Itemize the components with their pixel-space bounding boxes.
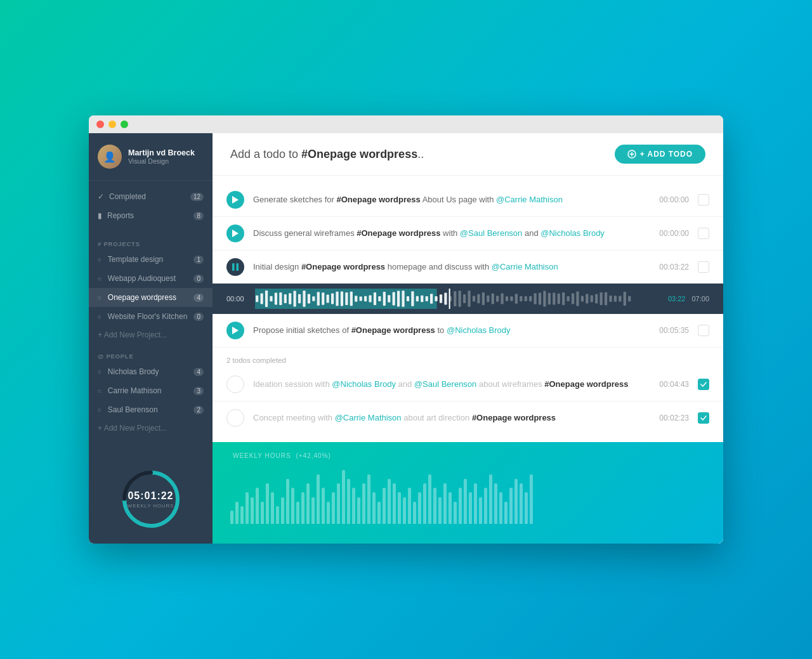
- main-header: Add a todo to #Onepage wordpress.. + ADD…: [213, 133, 723, 176]
- waveform-container[interactable]: // This will be rendered by the inline s…: [255, 289, 659, 309]
- chart-bar: [504, 502, 508, 524]
- sidebar-item-carrie-mathison[interactable]: ≡ Carrie Mathison 3: [89, 381, 213, 400]
- svg-rect-53: [473, 296, 475, 302]
- chart-bar: [357, 497, 360, 525]
- add-person-button[interactable]: + Add New Project...: [89, 419, 213, 437]
- chart-bar: [459, 488, 462, 524]
- completed-item-1: Ideation session with @Nicholas Brody an…: [213, 368, 723, 401]
- svg-rect-34: [383, 292, 386, 306]
- drag-icon: ≡: [98, 294, 102, 301]
- chart-bar: [291, 488, 294, 524]
- chart-bar: [301, 492, 304, 524]
- svg-rect-50: [459, 290, 461, 307]
- svg-rect-84: [619, 296, 621, 302]
- done-circle-1: [226, 375, 244, 393]
- timer-ring: 05:01:22 WEEKLY HOURS: [119, 467, 183, 531]
- chart-bar: [484, 488, 487, 524]
- svg-rect-22: [327, 295, 329, 303]
- completed-badge: 12: [190, 193, 204, 201]
- chart-bar: [251, 497, 254, 525]
- todo-checkbox-3[interactable]: [698, 261, 709, 273]
- sidebar-item-saul-berenson[interactable]: ≡ Saul Berenson 2: [89, 400, 213, 419]
- svg-rect-25: [341, 291, 343, 306]
- svg-rect-78: [591, 295, 593, 302]
- todo-checkbox-1[interactable]: [698, 194, 709, 206]
- svg-rect-47: [444, 293, 447, 305]
- svg-rect-64: [525, 296, 527, 301]
- title-suffix: ..: [417, 148, 424, 160]
- maximize-dot[interactable]: [121, 121, 128, 128]
- sidebar-item-webapp-audioquest[interactable]: ≡ Webapp Audioquest 0: [89, 269, 213, 288]
- user-profile[interactable]: 👤 Martijn vd Broeck Visual Design: [89, 133, 213, 181]
- project-label: Webapp Audioquest: [108, 274, 176, 283]
- done-checkbox-2[interactable]: [698, 412, 709, 424]
- svg-rect-59: [501, 293, 503, 304]
- todo-text-4: Propose initial sketches of #Onepage wor…: [253, 325, 636, 336]
- play-button-2[interactable]: [226, 225, 244, 242]
- svg-rect-81: [605, 292, 607, 305]
- svg-rect-72: [562, 292, 565, 305]
- svg-rect-41: [416, 296, 419, 301]
- chart-bar: [261, 502, 264, 524]
- svg-rect-35: [388, 295, 390, 303]
- sidebar-item-website-floors[interactable]: ≡ Website Floor's Kitchen 0: [89, 307, 213, 326]
- chart-bar: [235, 502, 239, 524]
- play-button-4[interactable]: [226, 322, 244, 339]
- chart-bar: [494, 483, 497, 524]
- svg-rect-42: [421, 296, 423, 302]
- close-dot[interactable]: [96, 121, 104, 128]
- done-text-2: Concept meeting with @Carrie Mathison ab…: [253, 412, 636, 424]
- titlebar: [89, 115, 723, 133]
- chart-bar: [271, 492, 274, 524]
- svg-rect-10: [270, 296, 272, 302]
- add-todo-button[interactable]: + ADD TODO: [615, 145, 705, 164]
- minimize-dot[interactable]: [108, 121, 116, 128]
- svg-rect-51: [463, 294, 466, 303]
- svg-rect-23: [331, 294, 334, 304]
- svg-rect-58: [496, 296, 499, 302]
- svg-rect-40: [411, 291, 414, 306]
- done-checkbox-1[interactable]: [698, 379, 709, 390]
- chart-bar: [327, 502, 330, 524]
- svg-rect-19: [312, 296, 315, 301]
- todos-area: Generate sketches for #Onepage wordpress…: [213, 176, 723, 442]
- chart-bar: [514, 479, 518, 524]
- app-window: 👤 Martijn vd Broeck Visual Design ✓ Comp…: [89, 115, 723, 544]
- chart-bar: [408, 488, 411, 524]
- sidebar-item-onepage-wordpress[interactable]: ≡ Onepage wordpress 4: [89, 288, 213, 307]
- reports-icon: ▮: [98, 211, 102, 220]
- svg-rect-69: [548, 293, 551, 304]
- people-list: ≡ Nicholas Brody 4 ≡ Carrie Mathison 3 ≡: [89, 362, 213, 437]
- svg-rect-52: [468, 290, 470, 307]
- completed-section-label: 2 todos completed: [213, 348, 723, 368]
- svg-rect-43: [426, 296, 428, 301]
- svg-rect-60: [506, 296, 508, 301]
- chart-bar: [332, 492, 335, 524]
- sidebar-item-nicholas-brody[interactable]: ≡ Nicholas Brody 4: [89, 362, 213, 381]
- play-button-1[interactable]: [226, 191, 244, 209]
- svg-rect-86: [628, 296, 631, 302]
- pause-button-3[interactable]: [226, 258, 244, 276]
- project-badge: 0: [193, 275, 204, 283]
- svg-rect-68: [543, 290, 546, 306]
- sidebar-item-reports[interactable]: ▮ Reports 8: [89, 206, 213, 225]
- sidebar-item-template-design[interactable]: ≡ Template design 1: [89, 250, 213, 269]
- chart-bar: [418, 492, 421, 524]
- chart-bar: [296, 502, 299, 524]
- chart-bar: [520, 483, 523, 524]
- svg-rect-21: [322, 292, 324, 305]
- svg-rect-57: [492, 293, 494, 304]
- person-badge: 3: [193, 387, 204, 395]
- weekly-section: WEEKLY HOURS (+42,40%): [213, 442, 723, 544]
- chart-bar: [464, 479, 467, 524]
- todo-item-1: Generate sketches for #Onepage wordpress…: [213, 183, 723, 217]
- person-label: Carrie Mathison: [108, 386, 162, 395]
- todo-checkbox-4[interactable]: [698, 325, 709, 336]
- svg-rect-8: [260, 293, 263, 304]
- add-project-button[interactable]: + Add New Project...: [89, 326, 213, 344]
- todo-checkbox-2[interactable]: [698, 228, 709, 239]
- add-icon: [627, 150, 636, 159]
- svg-rect-13: [284, 294, 287, 303]
- sidebar-item-completed[interactable]: ✓ Completed 12: [89, 187, 213, 206]
- main-content: Add a todo to #Onepage wordpress.. + ADD…: [213, 133, 723, 544]
